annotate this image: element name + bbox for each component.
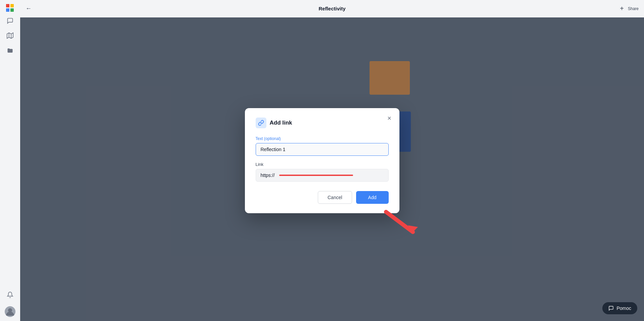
add-link-modal: Add link Text (optional) Link Cancel Add [245,108,399,213]
help-button[interactable]: Pomoc [602,302,637,314]
close-button[interactable] [385,113,394,123]
link-field-group: Link [256,162,389,182]
add-button[interactable]: Add [356,191,389,204]
link-input[interactable] [256,169,389,182]
help-label: Pomoc [616,306,631,311]
modal-overlay: Add link Text (optional) Link Cancel Add [0,0,644,321]
cancel-button[interactable]: Cancel [318,191,352,204]
text-label: Text (optional) [256,136,389,141]
text-input[interactable] [256,143,389,156]
link-label: Link [256,162,389,167]
text-field-group: Text (optional) [256,136,389,156]
link-icon [256,118,266,128]
modal-header: Add link [256,118,389,128]
modal-title: Add link [270,120,292,126]
link-wrapper [256,169,389,182]
modal-footer: Cancel Add [256,191,389,204]
red-arrow-indicator [379,205,420,240]
